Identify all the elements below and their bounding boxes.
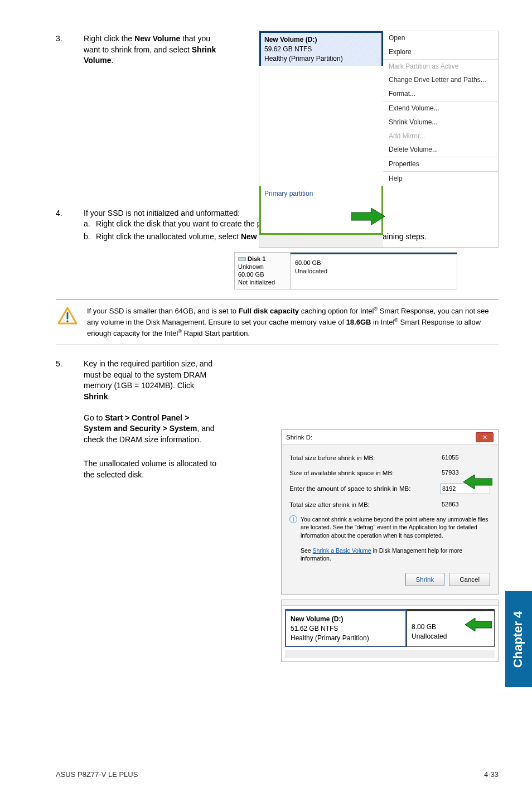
primary-partition-tile: Primary partition (259, 186, 383, 235)
disk1-vol-status: Unallocated (295, 267, 452, 276)
step5-p3: The unallocated volume is allocated to t… (84, 458, 217, 480)
arrow-left-icon (463, 475, 492, 489)
menu-mark-active: Mark Partition as Active (383, 60, 498, 74)
step3-text: Right click the New Volume that you want… (84, 33, 217, 66)
text: Rapid Start partition. (182, 329, 250, 337)
registered-mark: ® (394, 317, 398, 323)
step4-number: 4. (56, 208, 84, 219)
value-total-before: 61055 (440, 453, 490, 462)
screenshot-result-volumes: New Volume (D:) 51.62 GB NTFS Healthy (P… (281, 600, 499, 662)
menu-add-mirror: Add Mirror... (383, 129, 498, 143)
text-bold: New Volume (134, 34, 180, 43)
info-icon: i (289, 515, 297, 523)
volume-tile[interactable]: New Volume (D:) 59.62 GB NTFS Healthy (P… (259, 31, 383, 66)
arrow-left-icon (465, 618, 492, 631)
footer-model: ASUS P8Z77-V LE PLUS (56, 770, 138, 780)
close-button[interactable]: ✕ (476, 432, 494, 442)
menu-extend-volume[interactable]: Extend Volume... (383, 102, 498, 115)
chapter-tab: Chapter 4 (505, 591, 532, 687)
label-total-after: Total size after shrink in MB: (289, 500, 370, 509)
step5-p1: Key in the required partition size, and … (84, 359, 217, 402)
primary-partition-label: Primary partition (264, 189, 378, 199)
screenshot-context-menu: New Volume (D:) 59.62 GB NTFS Healthy (P… (259, 31, 499, 248)
volume-size: 51.62 GB NTFS (291, 624, 401, 634)
text: caching option for Intel (299, 307, 374, 315)
text: Right click the (84, 34, 134, 43)
registered-mark: ® (178, 328, 182, 334)
step5-p2: Go to Start > Control Panel > System and… (84, 413, 217, 446)
text: Go to (84, 413, 105, 422)
svg-point-5 (66, 320, 69, 322)
menu-format[interactable]: Format... (383, 87, 498, 101)
chapter-label: Chapter 4 (510, 611, 528, 667)
text: . (108, 392, 110, 401)
disk1-vol-size: 60.00 GB (295, 259, 452, 267)
disk-icon (238, 255, 246, 262)
volume-title: New Volume (D:) (291, 615, 401, 624)
info-link-line: See Shrink a Basic Volume in Disk Manage… (301, 547, 490, 563)
volume-title: New Volume (D:) (264, 35, 378, 45)
help-link[interactable]: Shrink a Basic Volume (313, 547, 371, 554)
svg-marker-0 (351, 208, 385, 225)
warning-icon (57, 307, 78, 325)
arrow-right-icon (351, 208, 385, 225)
text: Right click the unallocated volume, sele… (96, 232, 241, 241)
screenshot-disk1: Disk 1 Unknown 60.00 GB Not Initialized … (234, 252, 457, 289)
info-text: You cannot shrink a volume beyond the po… (301, 515, 490, 540)
volume-size: 59.62 GB NTFS (264, 45, 378, 54)
menu-open[interactable]: Open (383, 31, 498, 45)
cancel-button[interactable]: Cancel (449, 573, 490, 586)
unallocated-label: Unallocated (412, 632, 490, 641)
svg-rect-2 (239, 258, 245, 260)
volume-status: Healthy (Primary Partition) (291, 634, 401, 643)
menu-properties[interactable]: Properties (383, 157, 498, 171)
text: in Intel (371, 318, 394, 326)
text-bold: 18.6GB (346, 318, 371, 326)
svg-marker-7 (465, 618, 492, 631)
context-menu: Open Explore Mark Partition as Active Ch… (383, 31, 498, 186)
value-total-after: 52863 (440, 500, 490, 509)
step3-number: 3. (56, 33, 84, 45)
text: Key in the required partition size, and … (84, 359, 212, 390)
bottom-bar (259, 235, 383, 247)
text-bold: Full disk capacity (239, 307, 299, 315)
menu-explore[interactable]: Explore (383, 45, 498, 59)
dialog-title: Shrink D: (286, 433, 312, 442)
svg-marker-6 (463, 475, 492, 489)
disk1-info: Disk 1 Unknown 60.00 GB Not Initialized (235, 253, 291, 289)
unallocated-tile[interactable]: 8.00 GB Unallocated (407, 609, 495, 647)
disk1-size: 60.00 GB (238, 270, 287, 278)
text: If your SSD is smaller than 64GB, and is… (87, 307, 239, 315)
disk1-state: Unknown (238, 263, 287, 270)
menu-change-drive-letter[interactable]: Change Drive Letter and Paths... (383, 73, 498, 87)
disk1-name: Disk 1 (248, 255, 265, 263)
volume-d-tile[interactable]: New Volume (D:) 51.62 GB NTFS Healthy (P… (285, 609, 407, 647)
disk1-initialized: Not Initialized (238, 278, 287, 286)
disk1-volume[interactable]: 60.00 GB Unallocated (291, 253, 457, 289)
step4a-letter: a. (84, 219, 96, 230)
volume-status: Healthy (Primary Partition) (264, 54, 378, 64)
menu-delete-volume[interactable]: Delete Volume... (383, 143, 498, 157)
footer-page: 4-33 (484, 770, 499, 780)
menu-shrink-volume[interactable]: Shrink Volume... (383, 115, 498, 129)
warning-note: If your SSD is smaller than 64GB, and is… (56, 299, 499, 346)
label-total-before: Total size before shrink in MB: (289, 453, 375, 462)
label-available: Size of available shrink space in MB: (289, 468, 394, 477)
text: . (112, 56, 114, 65)
warning-text: If your SSD is smaller than 64GB, and is… (87, 306, 497, 340)
screenshot-shrink-dialog: Shrink D: ✕ Total size before shrink in … (281, 429, 499, 595)
menu-help[interactable]: Help (383, 172, 498, 186)
bottom-bar (285, 650, 495, 658)
step4b-letter: b. (84, 231, 96, 243)
text: See (301, 547, 313, 554)
shrink-button[interactable]: Shrink (405, 573, 445, 586)
text-bold: Shrink (84, 392, 108, 401)
step5-number: 5. (56, 359, 84, 370)
label-shrink-amount: Enter the amount of space to shrink in M… (289, 484, 410, 493)
